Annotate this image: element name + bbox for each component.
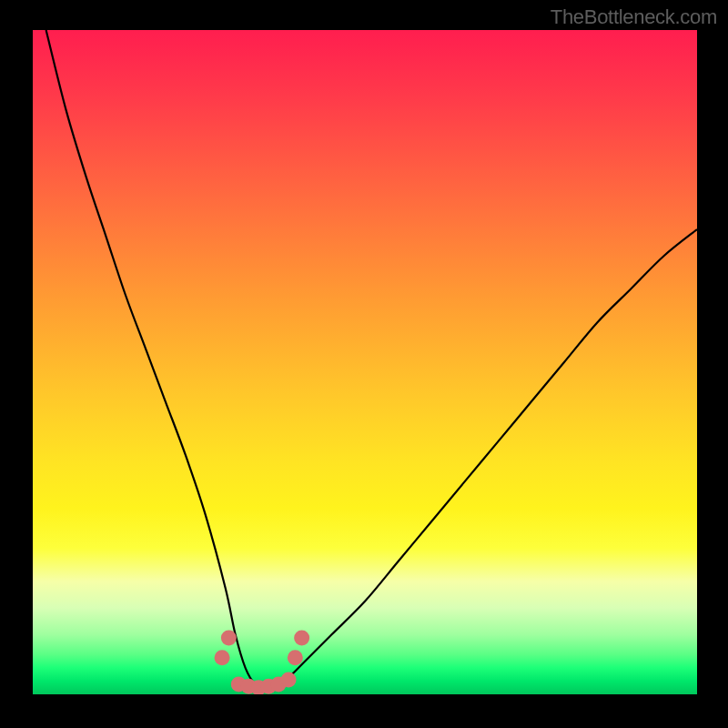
valley-marker [294, 630, 309, 645]
valley-marker [215, 650, 230, 665]
valley-markers [215, 630, 310, 694]
curve-layer [33, 30, 697, 694]
plot-area [33, 30, 697, 694]
bottleneck-curve [46, 30, 697, 688]
valley-marker [288, 650, 303, 665]
valley-marker [221, 630, 237, 645]
watermark-text: TheBottleneck.com [551, 5, 717, 29]
chart-frame: TheBottleneck.com [0, 0, 728, 728]
bottleneck-curve-path [46, 30, 697, 688]
valley-marker [281, 672, 297, 687]
